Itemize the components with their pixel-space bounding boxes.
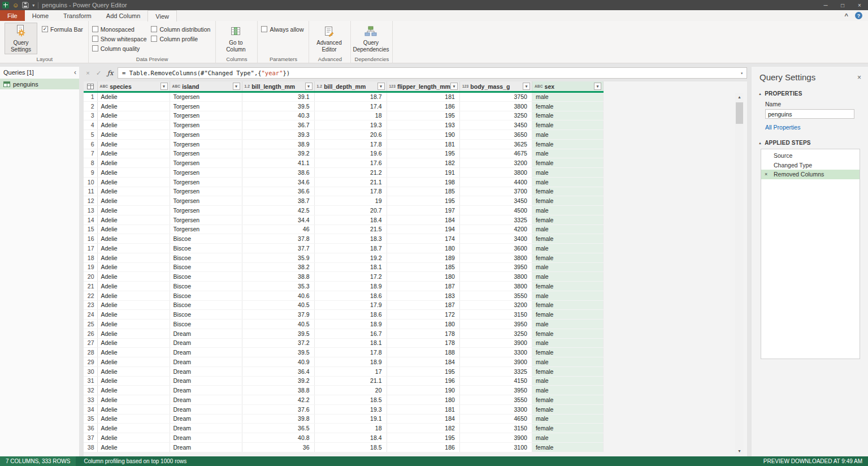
- cell-bill-length-mm[interactable]: 38.7: [242, 196, 314, 206]
- cell-sex[interactable]: female: [532, 310, 603, 320]
- cell-sex[interactable]: female: [532, 196, 603, 206]
- row-number[interactable]: 12: [84, 196, 97, 206]
- cell-sex[interactable]: female: [532, 215, 603, 225]
- cell-sex[interactable]: male: [532, 320, 603, 329]
- cell-body-mass-g[interactable]: 3200: [459, 158, 532, 168]
- cell-bill-depth-mm[interactable]: 18.5: [314, 442, 387, 452]
- cell-bill-length-mm[interactable]: 40.5: [242, 320, 314, 329]
- row-number[interactable]: 30: [84, 366, 97, 376]
- checkbox-box[interactable]: ✓: [42, 26, 48, 32]
- cell-bill-depth-mm[interactable]: 20.6: [314, 130, 387, 140]
- cell-sex[interactable]: male: [532, 225, 603, 234]
- row-number[interactable]: 38: [84, 442, 97, 452]
- cell-flipper-length-mm[interactable]: 185: [387, 262, 459, 272]
- cell-species[interactable]: Adelie: [97, 300, 170, 310]
- applied-step-source[interactable]: Source: [761, 151, 860, 161]
- applied-steps-section-header[interactable]: ▲ APPLIED STEPS: [757, 139, 862, 149]
- cell-island[interactable]: Torgersen: [170, 139, 242, 149]
- cell-sex[interactable]: female: [532, 234, 603, 244]
- cell-bill-length-mm[interactable]: 37.9: [242, 310, 314, 320]
- column-header-bill-depth-mm[interactable]: 1.2bill_depth_mm▾: [314, 81, 387, 92]
- cell-body-mass-g[interactable]: 3450: [459, 196, 532, 206]
- cell-body-mass-g[interactable]: 3550: [459, 291, 532, 300]
- cell-species[interactable]: Adelie: [97, 234, 170, 244]
- cell-island[interactable]: Torgersen: [170, 225, 242, 234]
- cell-species[interactable]: Adelie: [97, 272, 170, 282]
- cell-sex[interactable]: female: [532, 329, 603, 338]
- cell-island[interactable]: Torgersen: [170, 101, 242, 111]
- cell-body-mass-g[interactable]: 3200: [459, 300, 532, 310]
- row-number[interactable]: 22: [84, 291, 97, 300]
- cell-flipper-length-mm[interactable]: 182: [387, 158, 459, 168]
- checkbox-box[interactable]: [92, 36, 98, 42]
- column-type-icon[interactable]: ABC: [172, 84, 181, 88]
- row-number[interactable]: 27: [84, 338, 97, 348]
- column-header-flipper-length-mm[interactable]: 123flipper_length_mm▾: [387, 81, 459, 92]
- checkbox-always-allow[interactable]: Always allow: [261, 25, 303, 33]
- cell-species[interactable]: Adelie: [97, 206, 170, 215]
- cell-sex[interactable]: male: [532, 168, 603, 178]
- cell-island[interactable]: Dream: [170, 386, 242, 395]
- row-number[interactable]: 6: [84, 139, 97, 149]
- cell-sex[interactable]: female: [532, 404, 603, 414]
- column-header-body-mass-g[interactable]: 123body_mass_g▾: [459, 81, 532, 92]
- cell-body-mass-g[interactable]: 3150: [459, 310, 532, 320]
- cell-sex[interactable]: female: [532, 395, 603, 405]
- column-header-island[interactable]: ABCisland▾: [170, 81, 242, 92]
- row-number[interactable]: 8: [84, 158, 97, 168]
- column-type-icon[interactable]: 123: [389, 84, 396, 88]
- cell-bill-depth-mm[interactable]: 19.3: [314, 120, 387, 130]
- cell-flipper-length-mm[interactable]: 186: [387, 101, 459, 111]
- cell-species[interactable]: Adelie: [97, 291, 170, 300]
- tab-home[interactable]: Home: [25, 10, 56, 21]
- row-number[interactable]: 23: [84, 300, 97, 310]
- cell-species[interactable]: Adelie: [97, 177, 170, 187]
- cell-sex[interactable]: male: [532, 149, 603, 158]
- cell-island[interactable]: Biscoe: [170, 320, 242, 329]
- cell-bill-length-mm[interactable]: 36.5: [242, 424, 314, 433]
- cell-species[interactable]: Adelie: [97, 187, 170, 196]
- cell-species[interactable]: Adelie: [97, 225, 170, 234]
- cell-island[interactable]: Biscoe: [170, 262, 242, 272]
- close-button[interactable]: ×: [851, 0, 868, 10]
- cell-flipper-length-mm[interactable]: 183: [387, 291, 459, 300]
- cell-island[interactable]: Torgersen: [170, 187, 242, 196]
- collapse-queries-pane-icon[interactable]: ‹: [74, 68, 76, 76]
- cell-island[interactable]: Dream: [170, 357, 242, 367]
- cell-body-mass-g[interactable]: 3300: [459, 348, 532, 357]
- column-type-icon[interactable]: 123: [462, 84, 468, 88]
- cell-bill-depth-mm[interactable]: 19.3: [314, 404, 387, 414]
- applied-step-removed-columns[interactable]: ×Removed Columns: [761, 170, 860, 179]
- cancel-formula-icon[interactable]: ×: [84, 70, 92, 76]
- cell-flipper-length-mm[interactable]: 186: [387, 442, 459, 452]
- cell-island[interactable]: Torgersen: [170, 206, 242, 215]
- cell-bill-depth-mm[interactable]: 21.5: [314, 225, 387, 234]
- feedback-smiley-icon[interactable]: ☺: [12, 2, 19, 8]
- cell-flipper-length-mm[interactable]: 180: [387, 320, 459, 329]
- cell-flipper-length-mm[interactable]: 174: [387, 234, 459, 244]
- query-item-penguins[interactable]: penguins: [0, 79, 79, 89]
- cell-species[interactable]: Adelie: [97, 376, 170, 386]
- cell-body-mass-g[interactable]: 4150: [459, 376, 532, 386]
- cell-flipper-length-mm[interactable]: 198: [387, 177, 459, 187]
- cell-bill-depth-mm[interactable]: 17.8: [314, 139, 387, 149]
- row-number[interactable]: 18: [84, 253, 97, 262]
- cell-bill-depth-mm[interactable]: 18.7: [314, 244, 387, 253]
- checkbox-column-profile[interactable]: Column profile: [151, 35, 210, 42]
- column-type-icon[interactable]: ABC: [100, 84, 108, 88]
- filter-button[interactable]: ▾: [160, 83, 168, 90]
- cell-sex[interactable]: male: [532, 262, 603, 272]
- row-number[interactable]: 32: [84, 386, 97, 395]
- cell-sex[interactable]: male: [532, 433, 603, 443]
- cell-flipper-length-mm[interactable]: 187: [387, 300, 459, 310]
- cell-species[interactable]: Adelie: [97, 395, 170, 405]
- cell-bill-length-mm[interactable]: 37.8: [242, 234, 314, 244]
- row-number[interactable]: 16: [84, 234, 97, 244]
- cell-bill-depth-mm[interactable]: 19: [314, 196, 387, 206]
- cell-bill-length-mm[interactable]: 38.8: [242, 386, 314, 395]
- cell-bill-depth-mm[interactable]: 18.3: [314, 234, 387, 244]
- cell-island[interactable]: Biscoe: [170, 244, 242, 253]
- cell-bill-depth-mm[interactable]: 18.1: [314, 338, 387, 348]
- scroll-up-icon[interactable]: ▲: [735, 93, 744, 101]
- cell-flipper-length-mm[interactable]: 195: [387, 111, 459, 120]
